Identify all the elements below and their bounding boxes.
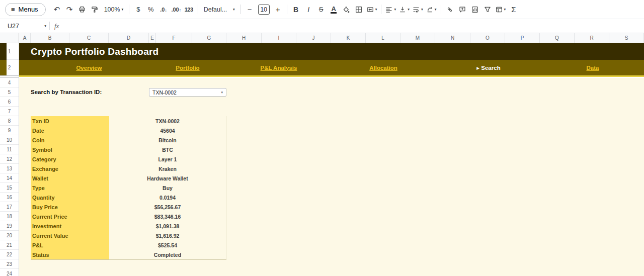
field-label-cell[interactable]: Wallet xyxy=(31,173,109,183)
field-label-cell[interactable]: Coin xyxy=(31,135,109,145)
row-header-19[interactable]: 19 xyxy=(0,221,19,231)
row-header-7[interactable]: 7 xyxy=(0,107,19,116)
more-formats-button[interactable]: 123 xyxy=(183,3,195,16)
nav-portfolio[interactable]: Portfolio xyxy=(176,60,199,75)
column-header-G[interactable]: G xyxy=(192,33,226,43)
increase-font-size-button[interactable]: + xyxy=(272,3,284,16)
row-header-20[interactable]: 20 xyxy=(0,231,19,240)
nav-p-l-analysis[interactable]: P&L Analysis xyxy=(261,60,297,75)
row-header-9[interactable]: 9 xyxy=(0,126,19,135)
italic-button[interactable]: I xyxy=(302,3,315,16)
horizontal-align-button[interactable]: ▾ xyxy=(384,3,397,16)
nav-data[interactable]: Data xyxy=(587,60,599,75)
field-value-cell[interactable]: Hardware Wallet xyxy=(109,173,226,183)
vertical-align-button[interactable]: ▾ xyxy=(397,3,411,16)
field-label-cell[interactable]: Current Value xyxy=(31,231,109,240)
borders-button[interactable] xyxy=(353,3,365,16)
column-header-B[interactable]: B xyxy=(31,33,69,43)
field-label-cell[interactable]: Txn ID xyxy=(31,116,109,126)
select-all-corner[interactable] xyxy=(0,33,19,43)
field-value-cell[interactable]: Kraken xyxy=(109,164,226,173)
row-header-10[interactable]: 10 xyxy=(0,135,19,145)
field-label-cell[interactable]: Date xyxy=(31,126,109,135)
row-header-6[interactable]: 6 xyxy=(0,97,19,107)
field-label-cell[interactable]: Investment xyxy=(31,221,109,231)
column-header-O[interactable]: O xyxy=(470,33,505,43)
column-header-F[interactable]: F xyxy=(156,33,192,43)
row-header-15[interactable]: 15 xyxy=(0,183,19,193)
row-header-11[interactable]: 11 xyxy=(0,145,19,154)
increase-decimal-button[interactable]: .00↑ xyxy=(170,3,182,16)
field-label-cell[interactable]: Exchange xyxy=(31,164,109,173)
field-value-cell[interactable]: 0.0194 xyxy=(109,193,226,202)
field-value-cell[interactable]: TXN-0002 xyxy=(109,116,226,126)
field-value-cell[interactable]: $1,091.38 xyxy=(109,221,226,231)
row-header-4[interactable]: 4 xyxy=(0,78,19,87)
nav-search[interactable]: ▸ Search xyxy=(476,60,500,75)
field-value-cell[interactable]: 45604 xyxy=(109,126,226,135)
text-color-button[interactable]: A xyxy=(328,3,340,16)
create-filter-button[interactable] xyxy=(481,3,494,16)
field-label-cell[interactable]: Status xyxy=(31,250,109,259)
menus-button[interactable]: ≡ Menus xyxy=(5,3,46,16)
field-value-cell[interactable]: $1,616.92 xyxy=(109,231,226,240)
column-header-P[interactable]: P xyxy=(505,33,540,43)
decrease-decimal-button[interactable]: .0↓ xyxy=(157,3,170,16)
functions-button[interactable]: Σ xyxy=(507,3,520,16)
field-value-cell[interactable]: Layer 1 xyxy=(109,154,226,164)
row-header-24[interactable]: 24 xyxy=(0,269,19,276)
field-label-cell[interactable]: Buy Price xyxy=(31,202,109,212)
insert-comment-button[interactable] xyxy=(456,3,469,16)
column-header-H[interactable]: H xyxy=(226,33,262,43)
strikethrough-button[interactable]: S xyxy=(315,3,328,16)
row-header-18[interactable]: 18 xyxy=(0,212,19,221)
text-rotation-button[interactable]: ▾ xyxy=(425,3,438,16)
column-header-M[interactable]: M xyxy=(400,33,435,43)
column-header-S[interactable]: S xyxy=(609,33,644,43)
zoom-selector[interactable]: 100%▾ xyxy=(101,3,127,16)
cell-reference-box[interactable]: U27 ▾ xyxy=(0,23,46,30)
row-header-5[interactable]: 5 xyxy=(0,87,19,97)
column-header-I[interactable]: I xyxy=(262,33,296,43)
field-label-cell[interactable]: P&L xyxy=(31,240,109,250)
field-label-cell[interactable]: Quantity xyxy=(31,193,109,202)
row-header-17[interactable]: 17 xyxy=(0,202,19,212)
table-views-button[interactable]: ▾ xyxy=(494,3,508,16)
print-button[interactable] xyxy=(76,3,89,16)
fill-color-button[interactable] xyxy=(340,3,353,16)
row-header-23[interactable]: 23 xyxy=(0,259,19,269)
field-value-cell[interactable]: $83,346.16 xyxy=(109,212,226,221)
insert-chart-button[interactable] xyxy=(469,3,481,16)
percent-format-button[interactable]: % xyxy=(144,3,157,16)
row-header-21[interactable]: 21 xyxy=(0,240,19,250)
field-value-cell[interactable]: $525.54 xyxy=(109,240,226,250)
undo-button[interactable]: ↶ xyxy=(51,3,63,16)
column-header-N[interactable]: N xyxy=(435,33,470,43)
field-label-cell[interactable]: Type xyxy=(31,183,109,193)
row-header-16[interactable]: 16 xyxy=(0,193,19,202)
column-header-R[interactable]: R xyxy=(575,33,609,43)
field-value-cell[interactable]: BTC xyxy=(109,145,226,154)
field-value-cell[interactable]: Completed xyxy=(109,250,226,259)
insert-link-button[interactable] xyxy=(444,3,456,16)
cells-area[interactable]: Crypto Portfolio Dashboard OverviewPortf… xyxy=(19,43,644,276)
field-value-cell[interactable]: Bitcoin xyxy=(109,135,226,145)
dashboard-title-cell[interactable]: Crypto Portfolio Dashboard xyxy=(19,43,644,60)
paint-format-button[interactable] xyxy=(89,3,101,16)
row-header-8[interactable]: 8 xyxy=(0,116,19,126)
decrease-font-size-button[interactable]: − xyxy=(244,3,256,16)
column-header-Q[interactable]: Q xyxy=(540,33,575,43)
column-header-C[interactable]: C xyxy=(69,33,109,43)
field-value-cell[interactable]: Buy xyxy=(109,183,226,193)
field-label-cell[interactable]: Symbol xyxy=(31,145,109,154)
text-wrap-button[interactable]: ▾ xyxy=(411,3,425,16)
row-header-12[interactable]: 12 xyxy=(0,154,19,164)
row-header-13[interactable]: 13 xyxy=(0,164,19,173)
column-header-D[interactable]: D xyxy=(109,33,149,43)
column-header-J[interactable]: J xyxy=(296,33,331,43)
row-header-22[interactable]: 22 xyxy=(0,250,19,259)
field-value-cell[interactable]: $56,256.67 xyxy=(109,202,226,212)
column-header-A[interactable]: A xyxy=(19,33,31,43)
transaction-id-dropdown[interactable]: TXN-0002 ▾ xyxy=(149,88,226,97)
row-header-14[interactable]: 14 xyxy=(0,173,19,183)
